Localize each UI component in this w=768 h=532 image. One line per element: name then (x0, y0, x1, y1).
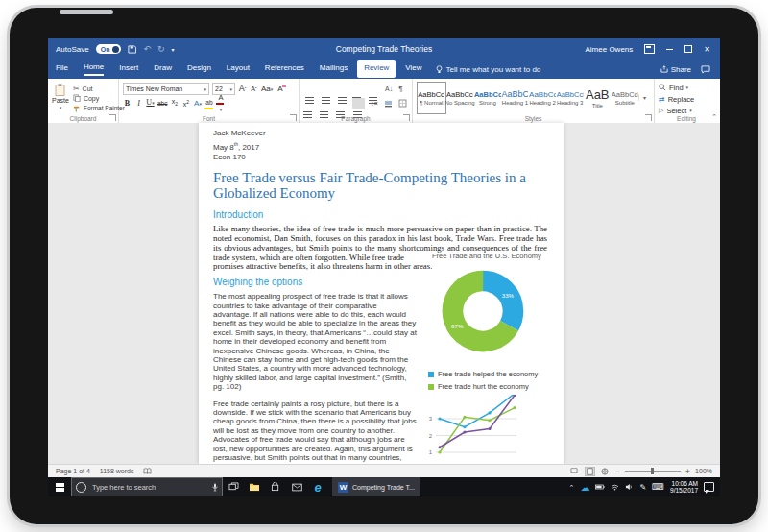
style-heading-2[interactable]: AaBbCc Heading 2 (529, 83, 557, 113)
align-center-button[interactable] (320, 99, 330, 108)
donut-chart[interactable]: 33% 67% (438, 266, 528, 356)
decrease-indent-button[interactable] (352, 85, 363, 93)
onedrive-icon[interactable]: ☁ (580, 483, 589, 492)
minimize-button[interactable] (666, 49, 673, 50)
qat-customize-icon[interactable]: ▾ (172, 46, 175, 53)
tab-file[interactable]: File (48, 60, 76, 78)
doc-paragraph-3[interactable]: Free trade certainly paints a rosy pictu… (213, 399, 417, 464)
cut-button[interactable]: ✂Cut (73, 84, 125, 93)
copy-button[interactable]: Copy (73, 93, 125, 103)
style-heading-1[interactable]: AaBbC Heading 1 (501, 83, 529, 113)
shading-button[interactable] (384, 100, 393, 108)
numbering-button[interactable] (320, 85, 330, 93)
taskbar-search-box[interactable] (71, 477, 223, 496)
taskbar-clock[interactable]: 10:06 AM 9/15/2017 (670, 480, 698, 495)
superscript-button[interactable]: x2 (181, 97, 190, 109)
zoom-slider[interactable] (625, 471, 681, 472)
redo-icon[interactable]: ↻ (157, 44, 165, 54)
font-family-select[interactable]: Times New Roman▾ (123, 83, 209, 95)
action-center-icon[interactable] (704, 482, 714, 492)
clipboard-dialog-launcher[interactable] (109, 114, 116, 121)
align-right-button[interactable] (336, 99, 347, 108)
underline-button[interactable]: U▾ (146, 98, 155, 109)
zoom-out-button[interactable]: − (615, 467, 620, 476)
doc-heading-introduction[interactable]: Introduction (213, 209, 549, 220)
start-button[interactable] (48, 477, 71, 496)
pen-icon[interactable]: ✎ (639, 483, 646, 492)
word-taskbar-button[interactable]: W Competing Trade T... (332, 477, 420, 496)
document-page[interactable]: Jack McKeever May 8th, 2017 Econ 170 Fre… (199, 123, 564, 464)
print-layout-button[interactable] (585, 467, 595, 476)
tab-mailings[interactable]: Mailings (312, 60, 355, 78)
tab-draw[interactable]: Draw (146, 60, 180, 78)
style-heading-3[interactable]: AaBbCcD Heading 3 (556, 83, 584, 113)
justify-button[interactable] (352, 98, 365, 109)
strikethrough-button[interactable]: abc (157, 99, 167, 109)
autosave-toggle[interactable]: On (96, 44, 122, 54)
tab-view[interactable]: View (397, 60, 429, 78)
tray-chevron-up-icon[interactable]: ⌃ (569, 483, 575, 492)
shrink-font-button[interactable]: Aˇ (250, 85, 258, 94)
doc-paragraph-1-wrap[interactable]: promises attractive benefits, it also th… (213, 262, 444, 272)
text-effects-button[interactable]: A▾ (193, 99, 202, 109)
tab-home[interactable]: Home (76, 60, 111, 79)
format-painter-button[interactable]: Format Painter (73, 104, 125, 113)
close-button[interactable]: ✕ (704, 45, 710, 54)
tab-references[interactable]: References (257, 60, 312, 78)
style-no-spacing[interactable]: AaBbCcDd No Spacing (446, 83, 474, 113)
zoom-slider-thumb[interactable] (651, 468, 654, 474)
style-title[interactable]: AaB Title (584, 83, 612, 113)
grow-font-button[interactable]: Aˆ (238, 84, 247, 94)
proofing-icon[interactable] (143, 468, 152, 475)
change-case-button[interactable]: Aa▾ (261, 85, 273, 94)
line-spacing-button[interactable]: ↕≡ (371, 100, 378, 107)
user-name[interactable]: Aimee Owens (586, 45, 634, 54)
mail-icon[interactable] (286, 477, 307, 496)
tab-design[interactable]: Design (180, 60, 219, 78)
search-input[interactable] (90, 482, 208, 493)
doc-author-block[interactable]: Jack McKeever May 8th, 2017 Econ 170 (213, 129, 549, 162)
font-color-button[interactable]: A▾ (216, 93, 225, 114)
touch-keyboard-icon[interactable]: ⌨ (652, 483, 664, 492)
subscript-button[interactable]: x2 (170, 97, 179, 109)
tab-review[interactable]: Review (357, 60, 396, 78)
restore-button[interactable] (684, 45, 692, 53)
style-subtitle[interactable]: AaBbCcD Subtitle (612, 83, 639, 113)
undo-icon[interactable]: ↶ (143, 44, 151, 54)
bullets-button[interactable] (303, 85, 314, 93)
sort-button[interactable]: A↓ (385, 85, 393, 92)
wifi-icon[interactable] (611, 484, 619, 491)
paste-button[interactable]: Paste ▾ (52, 82, 69, 113)
zoom-level[interactable]: 100% (695, 468, 712, 474)
ribbon-display-options-icon[interactable] (644, 44, 655, 54)
bold-button[interactable]: B (123, 99, 132, 109)
chart-column[interactable]: Free Trade and the U.S. Economy 33% 67% … (422, 252, 557, 464)
legend-item-helped[interactable]: Free trade helped the economy (428, 370, 557, 378)
legend-item-hurt[interactable]: Free trade hurt the economy (428, 382, 557, 391)
borders-button[interactable] (398, 99, 407, 108)
word-count[interactable]: 1158 words (100, 468, 134, 474)
increase-indent-button[interactable] (369, 85, 379, 93)
read-mode-button[interactable] (569, 467, 580, 476)
line-chart[interactable]: 123 (424, 395, 557, 464)
comments-icon[interactable] (701, 65, 710, 74)
style-normal[interactable]: AaBbCcDc ¶ Normal (417, 82, 446, 114)
styles-dialog-launcher[interactable] (645, 114, 652, 121)
share-button[interactable]: Share (660, 65, 691, 74)
zoom-in-button[interactable]: + (685, 467, 690, 476)
paragraph-dialog-launcher[interactable] (403, 114, 410, 121)
microphone-icon[interactable] (212, 483, 218, 492)
file-explorer-icon[interactable] (244, 477, 265, 496)
find-button[interactable]: Find▾ (659, 82, 714, 93)
battery-icon[interactable] (595, 484, 605, 490)
tab-insert[interactable]: Insert (111, 60, 146, 78)
collapse-ribbon-button[interactable]: ⌃ (711, 113, 717, 121)
tell-me-box[interactable]: Tell me what you want to do (436, 65, 541, 74)
volume-icon[interactable] (625, 483, 634, 491)
show-marks-button[interactable]: ¶ (398, 85, 402, 93)
font-dialog-launcher[interactable] (290, 114, 297, 121)
page-indicator[interactable]: Page 1 of 4 (56, 468, 90, 474)
multilevel-list-button[interactable] (336, 85, 347, 93)
clear-formatting-button[interactable]: A (276, 85, 284, 94)
italic-button[interactable]: I (134, 99, 143, 109)
